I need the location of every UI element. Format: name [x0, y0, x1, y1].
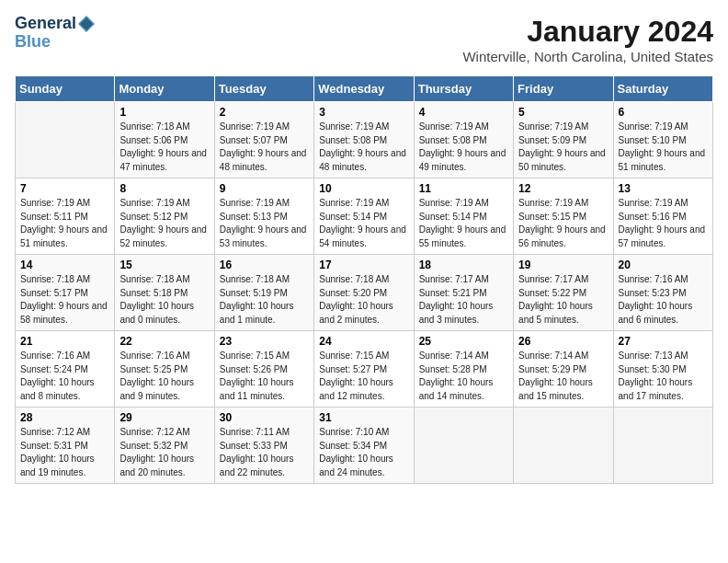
calendar-cell: [514, 408, 613, 484]
day-number: 6: [619, 106, 708, 119]
day-number: 31: [319, 411, 408, 424]
calendar-cell: 21 Sunrise: 7:16 AMSunset: 5:24 PMDaylig…: [16, 331, 115, 408]
day-detail: Sunrise: 7:19 AMSunset: 5:10 PMDaylight:…: [619, 121, 708, 174]
calendar-cell: 13 Sunrise: 7:19 AMSunset: 5:16 PMDaylig…: [613, 178, 712, 255]
day-detail: Sunrise: 7:14 AMSunset: 5:28 PMDaylight:…: [419, 350, 508, 403]
page-title: January 2024: [462, 15, 713, 49]
day-detail: Sunrise: 7:16 AMSunset: 5:25 PMDaylight:…: [119, 350, 209, 403]
day-detail: Sunrise: 7:16 AMSunset: 5:23 PMDaylight:…: [619, 273, 708, 327]
day-detail: Sunrise: 7:19 AMSunset: 5:11 PMDaylight:…: [20, 197, 109, 250]
calendar-cell: 19 Sunrise: 7:17 AMSunset: 5:22 PMDaylig…: [514, 255, 613, 331]
calendar-cell: [613, 408, 712, 484]
calendar-cell: 17 Sunrise: 7:18 AMSunset: 5:20 PMDaylig…: [314, 255, 414, 331]
calendar-cell: 26 Sunrise: 7:14 AMSunset: 5:29 PMDaylig…: [514, 331, 613, 408]
page-subtitle: Winterville, North Carolina, United Stat…: [462, 49, 713, 64]
day-detail: Sunrise: 7:19 AMSunset: 5:09 PMDaylight:…: [518, 121, 608, 174]
calendar-cell: [16, 102, 115, 178]
day-number: 15: [119, 259, 209, 271]
calendar-cell: 2 Sunrise: 7:19 AMSunset: 5:07 PMDayligh…: [214, 102, 313, 178]
calendar-cell: 8 Sunrise: 7:19 AMSunset: 5:12 PMDayligh…: [115, 178, 214, 255]
page-header: General Blue January 2024 Winterville, N…: [15, 15, 713, 64]
calendar-cell: 29 Sunrise: 7:12 AMSunset: 5:32 PMDaylig…: [115, 408, 214, 484]
day-detail: Sunrise: 7:15 AMSunset: 5:26 PMDaylight:…: [220, 350, 309, 403]
calendar-cell: 28 Sunrise: 7:12 AMSunset: 5:31 PMDaylig…: [16, 408, 115, 484]
day-number: 21: [20, 335, 109, 348]
day-number: 13: [619, 182, 708, 195]
calendar-cell: 27 Sunrise: 7:13 AMSunset: 5:30 PMDaylig…: [613, 331, 712, 408]
day-detail: Sunrise: 7:19 AMSunset: 5:08 PMDaylight:…: [419, 121, 508, 174]
calendar-cell: 20 Sunrise: 7:16 AMSunset: 5:23 PMDaylig…: [613, 255, 712, 331]
day-number: 17: [319, 259, 408, 271]
calendar-week-4: 21 Sunrise: 7:16 AMSunset: 5:24 PMDaylig…: [16, 331, 713, 408]
day-number: 11: [419, 182, 508, 195]
day-number: 27: [619, 335, 708, 348]
calendar-cell: 6 Sunrise: 7:19 AMSunset: 5:10 PMDayligh…: [613, 102, 712, 178]
calendar-cell: 25 Sunrise: 7:14 AMSunset: 5:28 PMDaylig…: [414, 331, 513, 408]
calendar-cell: 16 Sunrise: 7:18 AMSunset: 5:19 PMDaylig…: [214, 255, 313, 331]
header-day-saturday: Saturday: [613, 76, 712, 102]
calendar-cell: 30 Sunrise: 7:11 AMSunset: 5:33 PMDaylig…: [214, 408, 313, 484]
day-detail: Sunrise: 7:18 AMSunset: 5:17 PMDaylight:…: [20, 273, 109, 327]
day-number: 8: [119, 182, 209, 195]
day-number: 30: [220, 411, 309, 424]
day-number: 4: [419, 106, 508, 119]
calendar-cell: 11 Sunrise: 7:19 AMSunset: 5:14 PMDaylig…: [414, 178, 513, 255]
calendar-cell: 7 Sunrise: 7:19 AMSunset: 5:11 PMDayligh…: [16, 178, 115, 255]
day-detail: Sunrise: 7:15 AMSunset: 5:27 PMDaylight:…: [319, 350, 408, 403]
calendar-cell: 1 Sunrise: 7:18 AMSunset: 5:06 PMDayligh…: [115, 102, 214, 178]
calendar-cell: 14 Sunrise: 7:18 AMSunset: 5:17 PMDaylig…: [16, 255, 115, 331]
logo-blue: Blue: [15, 33, 51, 52]
day-number: 25: [419, 335, 508, 348]
day-number: 23: [220, 335, 309, 348]
day-detail: Sunrise: 7:16 AMSunset: 5:24 PMDaylight:…: [20, 350, 109, 403]
day-detail: Sunrise: 7:13 AMSunset: 5:30 PMDaylight:…: [619, 350, 708, 403]
day-detail: Sunrise: 7:10 AMSunset: 5:34 PMDaylight:…: [319, 426, 408, 479]
day-number: 29: [119, 411, 209, 424]
day-number: 7: [20, 182, 109, 195]
day-number: 24: [319, 335, 408, 348]
day-detail: Sunrise: 7:18 AMSunset: 5:06 PMDaylight:…: [119, 121, 209, 174]
calendar-cell: 5 Sunrise: 7:19 AMSunset: 5:09 PMDayligh…: [514, 102, 613, 178]
day-detail: Sunrise: 7:18 AMSunset: 5:19 PMDaylight:…: [220, 273, 309, 327]
day-detail: Sunrise: 7:19 AMSunset: 5:07 PMDaylight:…: [220, 121, 309, 174]
day-number: 10: [319, 182, 408, 195]
day-number: 16: [220, 259, 309, 271]
calendar-week-3: 14 Sunrise: 7:18 AMSunset: 5:17 PMDaylig…: [16, 255, 713, 331]
calendar-cell: 9 Sunrise: 7:19 AMSunset: 5:13 PMDayligh…: [214, 178, 313, 255]
day-detail: Sunrise: 7:12 AMSunset: 5:31 PMDaylight:…: [20, 426, 109, 479]
svg-marker-1: [80, 17, 93, 30]
day-detail: Sunrise: 7:19 AMSunset: 5:14 PMDaylight:…: [419, 197, 508, 250]
day-detail: Sunrise: 7:14 AMSunset: 5:29 PMDaylight:…: [518, 350, 608, 403]
calendar-week-5: 28 Sunrise: 7:12 AMSunset: 5:31 PMDaylig…: [16, 408, 713, 484]
day-detail: Sunrise: 7:19 AMSunset: 5:16 PMDaylight:…: [619, 197, 708, 250]
calendar-cell: 23 Sunrise: 7:15 AMSunset: 5:26 PMDaylig…: [214, 331, 313, 408]
day-number: 12: [518, 182, 608, 195]
day-number: 22: [119, 335, 209, 348]
calendar-cell: [414, 408, 513, 484]
logo: General Blue: [15, 15, 95, 52]
day-detail: Sunrise: 7:17 AMSunset: 5:21 PMDaylight:…: [419, 273, 508, 327]
calendar-cell: 22 Sunrise: 7:16 AMSunset: 5:25 PMDaylig…: [115, 331, 214, 408]
day-number: 1: [119, 106, 209, 119]
calendar-table: SundayMondayTuesdayWednesdayThursdayFrid…: [15, 75, 713, 484]
header-day-sunday: Sunday: [16, 76, 115, 102]
day-number: 9: [220, 182, 309, 195]
day-number: 3: [319, 106, 408, 119]
calendar-cell: 18 Sunrise: 7:17 AMSunset: 5:21 PMDaylig…: [414, 255, 513, 331]
calendar-cell: 24 Sunrise: 7:15 AMSunset: 5:27 PMDaylig…: [314, 331, 414, 408]
header-day-thursday: Thursday: [414, 76, 513, 102]
logo-icon: [78, 16, 95, 32]
calendar-cell: 15 Sunrise: 7:18 AMSunset: 5:18 PMDaylig…: [115, 255, 214, 331]
day-number: 20: [619, 259, 708, 271]
header-day-friday: Friday: [514, 76, 613, 102]
calendar-cell: 10 Sunrise: 7:19 AMSunset: 5:14 PMDaylig…: [314, 178, 414, 255]
day-number: 5: [518, 106, 608, 119]
logo-general: General: [15, 15, 76, 33]
day-detail: Sunrise: 7:19 AMSunset: 5:12 PMDaylight:…: [119, 197, 209, 250]
header-day-wednesday: Wednesday: [314, 76, 414, 102]
day-number: 18: [419, 259, 508, 271]
day-detail: Sunrise: 7:12 AMSunset: 5:32 PMDaylight:…: [119, 426, 209, 479]
calendar-cell: 4 Sunrise: 7:19 AMSunset: 5:08 PMDayligh…: [414, 102, 513, 178]
day-number: 28: [20, 411, 109, 424]
day-number: 26: [518, 335, 608, 348]
